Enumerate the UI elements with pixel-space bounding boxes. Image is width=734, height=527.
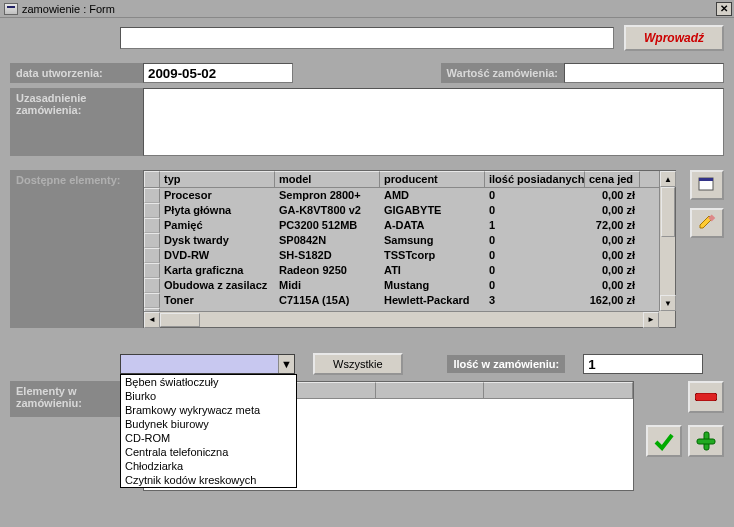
svg-rect-6: [697, 439, 715, 444]
table-cell: AMD: [380, 188, 485, 203]
table-cell: PC3200 512MB: [275, 218, 380, 233]
data-utworzenia-input[interactable]: [143, 63, 293, 83]
dropdown-option[interactable]: Chłodziarka: [121, 459, 296, 473]
table-cell: Sempron 2800+: [275, 188, 380, 203]
dropdown-option[interactable]: Bęben światłoczuły: [121, 375, 296, 389]
dropdown-option[interactable]: Budynek biurowy: [121, 417, 296, 431]
available-grid[interactable]: typmodelproducentilość posiadanychcena j…: [143, 170, 676, 328]
table-cell: 162,00 zł: [585, 293, 640, 308]
new-record-button[interactable]: [690, 170, 724, 200]
wprowadz-button[interactable]: Wprowadź: [624, 25, 724, 51]
column-header[interactable]: cena jed: [585, 171, 640, 187]
column-header[interactable]: producent: [380, 171, 485, 187]
table-cell: 0,00 zł: [585, 203, 640, 218]
table-cell: GA-K8VT800 v2: [275, 203, 380, 218]
scroll-thumb-h[interactable]: [160, 313, 200, 327]
table-cell: TSSTcorp: [380, 248, 485, 263]
scroll-up-btn[interactable]: ▲: [660, 171, 676, 187]
uzasadnienie-textarea[interactable]: [143, 88, 724, 156]
wartosc-zamowienia-input[interactable]: [564, 63, 724, 83]
ilosc-label: Ilość w zamówieniu:: [447, 355, 565, 373]
wszystkie-button[interactable]: Wszystkie: [313, 353, 403, 375]
form-window: zamowienie : Form ✕ Wprowadź data utworz…: [0, 0, 734, 527]
table-cell: SP0842N: [275, 233, 380, 248]
dropdown-list[interactable]: Bęben światłoczułyBiurkoBramkowy wykrywa…: [120, 374, 297, 488]
table-cell: Płyta główna: [160, 203, 275, 218]
top-input[interactable]: [120, 27, 614, 49]
scroll-corner: [659, 311, 675, 327]
confirm-button[interactable]: [646, 425, 682, 457]
table-cell: Mustang: [380, 278, 485, 293]
table-cell: Hewlett-Packard: [380, 293, 485, 308]
titlebar: zamowienie : Form ✕: [0, 0, 734, 18]
table-row[interactable]: DVD-RWSH-S182DTSSTcorp00,00 zł: [144, 248, 675, 263]
close-button[interactable]: ✕: [716, 2, 732, 16]
table-cell: Obudowa z zasilacz: [160, 278, 275, 293]
table-cell: Samsung: [380, 233, 485, 248]
table-cell: 0,00 zł: [585, 248, 640, 263]
table-cell: 0,00 zł: [585, 233, 640, 248]
table-cell: 0,00 zł: [585, 263, 640, 278]
table-row[interactable]: ProcesorSempron 2800+AMD00,00 zł: [144, 188, 675, 203]
remove-item-button[interactable]: [688, 381, 724, 413]
table-row[interactable]: Płyta głównaGA-K8VT800 v2GIGABYTE00,00 z…: [144, 203, 675, 218]
add-item-button[interactable]: [688, 425, 724, 457]
table-cell: 0: [485, 278, 585, 293]
table-cell: 0: [485, 248, 585, 263]
dropdown-option[interactable]: Bramkowy wykrywacz meta: [121, 403, 296, 417]
table-cell: C7115A (15A): [275, 293, 380, 308]
table-cell: Pamięć: [160, 218, 275, 233]
table-cell: 0: [485, 233, 585, 248]
table-cell: 3: [485, 293, 585, 308]
dropdown-option[interactable]: Biurko: [121, 389, 296, 403]
table-row[interactable]: TonerC7115A (15A)Hewlett-Packard3162,00 …: [144, 293, 675, 308]
table-cell: DVD-RW: [160, 248, 275, 263]
column-header[interactable]: model: [275, 171, 380, 187]
table-cell: Toner: [160, 293, 275, 308]
scroll-left-btn[interactable]: ◄: [144, 312, 160, 328]
table-cell: 72,00 zł: [585, 218, 640, 233]
table-cell: 0,00 zł: [585, 278, 640, 293]
scroll-right-btn[interactable]: ►: [643, 312, 659, 328]
ilosc-input[interactable]: [583, 354, 703, 374]
dropdown-option[interactable]: CD-ROM: [121, 431, 296, 445]
table-cell: 0,00 zł: [585, 188, 640, 203]
table-cell: GIGABYTE: [380, 203, 485, 218]
table-cell: 1: [485, 218, 585, 233]
scroll-down-btn[interactable]: ▼: [660, 295, 676, 311]
dropdown-input[interactable]: [121, 355, 278, 373]
table-cell: Midi: [275, 278, 380, 293]
table-cell: 0: [485, 203, 585, 218]
window-title: zamowienie : Form: [22, 3, 115, 15]
dropdown-toggle[interactable]: ▼: [278, 355, 294, 373]
table-cell: 0: [485, 263, 585, 278]
svg-rect-1: [699, 178, 713, 181]
dropdown-option[interactable]: Czytnik kodów kreskowych: [121, 473, 296, 487]
column-header[interactable]: ilość posiadanych: [485, 171, 585, 187]
table-cell: Procesor: [160, 188, 275, 203]
uzasadnienie-label: Uzasadnienie zamówienia:: [10, 88, 143, 156]
table-cell: Dysk twardy: [160, 233, 275, 248]
table-row[interactable]: Obudowa z zasilaczMidiMustang00,00 zł: [144, 278, 675, 293]
table-row[interactable]: Karta graficznaRadeon 9250ATI00,00 zł: [144, 263, 675, 278]
form-icon: [4, 3, 18, 15]
vertical-scrollbar[interactable]: ▲ ▼: [659, 171, 675, 311]
column-header[interactable]: typ: [160, 171, 275, 187]
type-dropdown[interactable]: ▼ Bęben światłoczułyBiurkoBramkowy wykry…: [120, 354, 295, 374]
table-row[interactable]: Dysk twardySP0842NSamsung00,00 zł: [144, 233, 675, 248]
dropdown-option[interactable]: Centrala telefoniczna: [121, 445, 296, 459]
table-row[interactable]: PamięćPC3200 512MBA-DATA172,00 zł: [144, 218, 675, 233]
table-cell: ATI: [380, 263, 485, 278]
table-cell: Karta graficzna: [160, 263, 275, 278]
horizontal-scrollbar[interactable]: ◄ ►: [144, 311, 659, 327]
svg-rect-4: [695, 393, 717, 401]
table-cell: Radeon 9250: [275, 263, 380, 278]
table-cell: SH-S182D: [275, 248, 380, 263]
edit-button[interactable]: [690, 208, 724, 238]
scroll-thumb-v[interactable]: [661, 187, 675, 237]
data-utworzenia-label: data utworzenia:: [10, 63, 143, 83]
wartosc-zamowienia-label: Wartość zamówienia:: [441, 63, 564, 83]
dostepne-label: Dostępne elementy:: [10, 170, 143, 328]
table-cell: 0: [485, 188, 585, 203]
table-cell: A-DATA: [380, 218, 485, 233]
